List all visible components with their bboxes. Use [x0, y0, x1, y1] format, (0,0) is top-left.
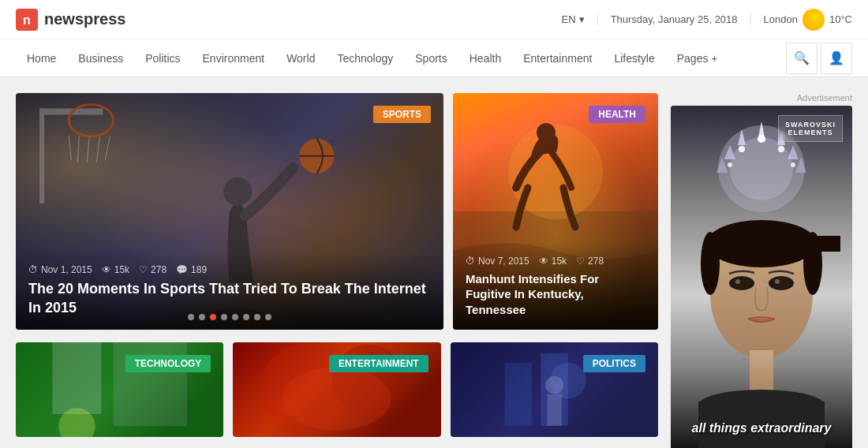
lang-label: EN	[562, 13, 576, 25]
lang-chevron-icon: ▾	[579, 13, 585, 25]
svg-point-24	[282, 367, 391, 430]
svg-point-48	[732, 278, 751, 289]
svg-point-42	[758, 135, 765, 143]
sec-likes-info: ♡ 278	[576, 256, 604, 267]
logo-icon: n	[16, 9, 38, 31]
svg-point-55	[701, 232, 720, 295]
svg-point-52	[775, 279, 780, 284]
nav-icons: 🔍 👤	[786, 43, 852, 74]
main-content: SPORTS ⏱ Nov 1, 2015 👁 15k ♡ 278 💬 189 T…	[0, 77, 868, 448]
svg-rect-2	[39, 109, 44, 203]
thumb-row: TECHNOLOGY ENTERTAINMENT	[16, 342, 658, 437]
featured-main-card[interactable]: SPORTS ⏱ Nov 1, 2015 👁 15k ♡ 278 💬 189 T…	[16, 93, 443, 330]
svg-line-7	[87, 136, 89, 162]
svg-point-13	[223, 177, 252, 206]
svg-point-16	[537, 123, 556, 142]
nav-item-technology[interactable]: Technology	[326, 39, 404, 77]
thumb-card-politics[interactable]: POLITICS	[451, 342, 658, 437]
svg-line-8	[96, 136, 99, 162]
svg-rect-30	[547, 394, 561, 426]
svg-line-9	[105, 136, 110, 160]
nav-item-entertainment[interactable]: Entertainment	[512, 39, 603, 77]
dot-7[interactable]	[254, 314, 260, 320]
nav-links: Home Business Politics Environment World…	[16, 39, 786, 77]
svg-point-56	[803, 232, 822, 295]
featured-main-meta: ⏱ Nov 1, 2015 👁 15k ♡ 278 💬 189	[28, 264, 431, 275]
temperature-label: 10°C	[829, 13, 852, 25]
weather-area: London 10°C	[764, 9, 852, 31]
svg-point-33	[730, 137, 793, 200]
svg-point-43	[778, 146, 784, 152]
svg-rect-18	[52, 342, 101, 414]
thumb-politics-tag[interactable]: POLITICS	[583, 355, 645, 372]
comments-info: 💬 189	[176, 264, 207, 275]
featured-main-tag[interactable]: SPORTS	[373, 106, 431, 123]
date-info: Thursday, January 25, 2018	[597, 13, 751, 25]
weather-icon	[803, 9, 825, 31]
sec-clock-icon: ⏱ Nov 7, 2015	[466, 256, 529, 267]
slider-dots	[188, 314, 271, 320]
featured-secondary-meta: ⏱ Nov 7, 2015 👁 15k ♡ 278	[466, 256, 645, 267]
dot-2[interactable]	[199, 314, 205, 320]
nav-item-pages[interactable]: Pages +	[666, 39, 729, 77]
nav-item-world[interactable]: World	[275, 39, 326, 77]
svg-point-41	[739, 146, 745, 152]
svg-line-6	[77, 136, 79, 162]
user-button[interactable]: 👤	[821, 43, 852, 74]
ad-label: Advertisement	[671, 93, 852, 103]
dot-3[interactable]	[210, 314, 216, 320]
likes-info: ♡ 278	[139, 264, 166, 275]
nav-item-environment[interactable]: Environment	[192, 39, 276, 77]
ad-tagline: all things extraordinary	[671, 421, 852, 435]
views-info: 👁 15k	[102, 264, 129, 275]
user-icon: 👤	[829, 50, 844, 65]
ad-sidebar: Advertisement	[671, 93, 852, 448]
svg-point-44	[728, 162, 732, 167]
dot-8[interactable]	[265, 314, 271, 320]
ad-image[interactable]: SWAROVSKI ELEMENTS all things extraordin…	[671, 106, 852, 448]
svg-rect-26	[504, 363, 531, 426]
swarovski-logo: SWAROVSKI ELEMENTS	[778, 115, 843, 142]
city-label: London	[764, 13, 798, 25]
nav-item-sports[interactable]: Sports	[404, 39, 458, 77]
nav-item-politics[interactable]: Politics	[134, 39, 191, 77]
header: n newspress EN ▾ Thursday, January 25, 2…	[0, 0, 868, 39]
content-area: SPORTS ⏱ Nov 1, 2015 👁 15k ♡ 278 💬 189 T…	[16, 93, 658, 448]
svg-point-49	[735, 279, 740, 284]
nav-item-business[interactable]: Business	[67, 39, 134, 77]
search-button[interactable]: 🔍	[786, 43, 817, 74]
clock-icon: ⏱ Nov 1, 2015	[28, 264, 92, 275]
dot-6[interactable]	[243, 314, 249, 320]
nav-item-lifestyle[interactable]: Lifestyle	[603, 39, 665, 77]
dot-1[interactable]	[188, 314, 194, 320]
featured-row: SPORTS ⏱ Nov 1, 2015 👁 15k ♡ 278 💬 189 T…	[16, 93, 658, 330]
featured-secondary-overlay: ⏱ Nov 7, 2015 👁 15k ♡ 278 Manhunt Intens…	[453, 243, 658, 330]
thumb-card-tech[interactable]: TECHNOLOGY	[16, 342, 223, 437]
svg-point-29	[545, 376, 563, 394]
thumb-entertainment-tag[interactable]: ENTERTAINMENT	[329, 355, 428, 372]
dot-5[interactable]	[232, 314, 238, 320]
sec-views-info: 👁 15k	[539, 256, 567, 267]
thumb-card-entertainment[interactable]: ENTERTAINMENT	[233, 342, 440, 437]
logo-area: n newspress	[16, 9, 562, 31]
logo-text: newspress	[44, 10, 125, 28]
search-icon: 🔍	[794, 50, 810, 65]
svg-point-51	[772, 278, 791, 289]
header-right: EN ▾ Thursday, January 25, 2018 London 1…	[562, 9, 852, 31]
thumb-tech-tag[interactable]: TECHNOLOGY	[125, 355, 211, 372]
featured-secondary-card[interactable]: HEALTH ⏱ Nov 7, 2015 👁 15k ♡ 278 Manhunt…	[453, 93, 658, 330]
featured-main-title: The 20 Moments In Sports That Tried To B…	[28, 280, 431, 317]
svg-point-45	[791, 162, 795, 167]
lang-selector[interactable]: EN ▾	[562, 13, 585, 25]
nav-item-health[interactable]: Health	[458, 39, 512, 77]
featured-secondary-tag[interactable]: HEALTH	[589, 106, 645, 123]
dot-4[interactable]	[221, 314, 227, 320]
featured-secondary-title: Manhunt Intensifies For Fugitive In Kent…	[466, 271, 645, 318]
main-nav: Home Business Politics Environment World…	[0, 39, 868, 77]
nav-item-home[interactable]: Home	[16, 39, 67, 77]
svg-text:n: n	[23, 13, 31, 27]
svg-line-5	[69, 136, 71, 160]
